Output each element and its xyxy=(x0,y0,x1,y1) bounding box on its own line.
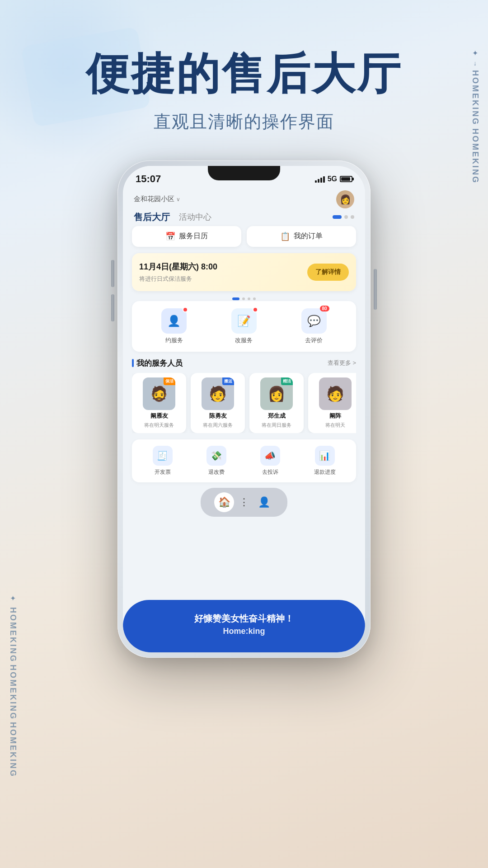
book-service-item[interactable]: 👤 约服务 xyxy=(161,308,187,344)
location-label[interactable]: 金和花园小区 ∨ xyxy=(134,195,180,203)
review-item[interactable]: 💬 80 去评价 xyxy=(301,308,327,344)
signal-bar-1 xyxy=(315,180,317,183)
staff-list: 🧔 保洁 阚雁友 将在明天服务 🧑 搬运 xyxy=(132,373,356,433)
tab-after-sales[interactable]: 售后大厅 xyxy=(134,211,170,223)
main-content: 便捷的售后大厅 直观且清晰的操作界面 15:07 xyxy=(0,0,488,868)
bottom-actions: 🧾 开发票 💸 退改费 📣 去投诉 📊 xyxy=(132,439,356,482)
service-calendar-label: 服务日历 xyxy=(179,231,208,241)
nav-home-button[interactable]: 🏠 xyxy=(214,492,234,512)
staff-card-1[interactable]: 🧑 搬运 陈勇友 将在周六服务 xyxy=(191,373,245,433)
refund-progress-action[interactable]: 📊 退款进度 xyxy=(314,446,336,476)
refund-change-label: 退改费 xyxy=(208,468,225,476)
staff-name-3: 阚阵 xyxy=(329,412,341,420)
staff-card-0[interactable]: 🧔 保洁 阚雁友 将在明天服务 xyxy=(132,373,186,433)
banner-dot-4 xyxy=(253,297,256,300)
tab-dots xyxy=(333,215,354,219)
staff-avatar-3: 🧑 xyxy=(319,377,352,410)
staff-name-0: 阚雁友 xyxy=(150,412,168,420)
battery-fill xyxy=(341,177,350,181)
staff-person-icon-2: 👩 xyxy=(267,385,286,402)
staff-status-3: 将在明天 xyxy=(325,422,345,429)
book-service-icon: 👤 xyxy=(161,308,187,334)
network-label: 5G xyxy=(328,175,337,183)
staff-avatar-0: 🧔 保洁 xyxy=(143,377,175,410)
main-title: 便捷的售后大厅 xyxy=(86,50,402,98)
user-avatar[interactable]: 👩 xyxy=(336,190,354,208)
see-more-button[interactable]: 查看更多 > xyxy=(328,359,356,367)
staff-avatar-2: 👩 精洁 xyxy=(260,377,293,410)
volume-down-button xyxy=(111,294,114,321)
my-orders-button[interactable]: 📋 我的订单 xyxy=(247,226,356,247)
banner-dot-1 xyxy=(232,297,239,300)
complaint-label: 去投诉 xyxy=(262,468,278,476)
badge-dot-book xyxy=(183,307,188,312)
banner-text: 11月4日(星期六) 8:00 将进行日式保洁服务 xyxy=(139,261,217,283)
signal-bar-2 xyxy=(318,179,319,183)
staff-card-2[interactable]: 👩 精洁 郑生成 将在周日服务 xyxy=(249,373,304,433)
phone-screen: 15:07 5G xyxy=(123,166,365,652)
banner-dots xyxy=(132,297,356,300)
nav-profile-button[interactable]: 👤 xyxy=(254,492,274,512)
chevron-down-icon: ∨ xyxy=(176,196,180,203)
service-calendar-button[interactable]: 📅 服务日历 xyxy=(132,226,241,247)
staff-person-icon-3: 🧑 xyxy=(326,385,344,402)
phone-outer: 15:07 5G xyxy=(117,160,371,658)
tab-activity[interactable]: 活动中心 xyxy=(179,212,211,222)
staff-person-icon-0: 🧔 xyxy=(150,385,168,402)
banner-detail-button[interactable]: 了解详情 xyxy=(307,264,349,281)
change-icon: 📝 xyxy=(237,315,251,327)
change-service-item[interactable]: 📝 改服务 xyxy=(231,308,257,344)
status-icons: 5G xyxy=(315,175,352,183)
bottom-banner-brand: Home:king xyxy=(132,627,356,636)
staff-status-0: 将在明天服务 xyxy=(144,422,174,429)
my-orders-label: 我的订单 xyxy=(294,231,323,241)
app-header: 金和花园小区 ∨ 👩 xyxy=(132,187,356,208)
title-section: 便捷的售后大厅 直观且清晰的操作界面 xyxy=(59,50,429,133)
invoice-icon: 🧾 xyxy=(153,446,173,466)
bottom-banner-text: 好慷赞美女性奋斗精神！ xyxy=(132,613,356,625)
staff-status-2: 将在周日服务 xyxy=(262,422,291,429)
staff-section: 我的服务人员 查看更多 > 🧔 保洁 阚雁友 将在明天服务 xyxy=(132,358,356,433)
orders-icon: 📋 xyxy=(280,231,290,241)
invoice-label: 开发票 xyxy=(155,468,171,476)
bottom-banner: 好慷赞美女性奋斗精神！ Home:king xyxy=(123,600,365,652)
staff-card-3[interactable]: 🧑 阚阵 将在明天 xyxy=(308,373,356,433)
subtitle: 直观且清晰的操作界面 xyxy=(86,110,402,133)
banner-dot-2 xyxy=(242,297,245,300)
refund-change-action[interactable]: 💸 退改费 xyxy=(206,446,226,476)
location-text: 金和花园小区 xyxy=(134,195,174,203)
refund-change-icon: 💸 xyxy=(206,446,226,466)
battery-icon xyxy=(340,176,352,182)
banner-date: 11月4日(星期六) 8:00 xyxy=(139,261,217,272)
complaint-action[interactable]: 📣 去投诉 xyxy=(260,446,280,476)
status-time: 15:07 xyxy=(136,173,161,185)
signal-bar-3 xyxy=(320,178,322,183)
review-label: 去评价 xyxy=(305,336,323,344)
calendar-icon: 📅 xyxy=(165,231,175,241)
volume-up-button xyxy=(111,260,114,287)
service-icons: 👤 约服务 📝 改服务 xyxy=(132,301,356,352)
staff-badge-2: 精洁 xyxy=(281,377,293,385)
badge-dot-change xyxy=(253,307,258,312)
staff-name-2: 郑生成 xyxy=(268,412,286,420)
signal-bars xyxy=(315,175,325,183)
staff-section-title: 我的服务人员 xyxy=(132,358,183,368)
review-chat-icon: 💬 xyxy=(307,315,321,327)
nav-more-button[interactable]: ⋮ xyxy=(234,492,254,512)
tab-dot-1 xyxy=(333,215,342,219)
complaint-icon: 📣 xyxy=(260,446,280,466)
banner-dot-3 xyxy=(248,297,250,300)
review-icon: 💬 80 xyxy=(301,308,327,334)
change-service-icon: 📝 xyxy=(231,308,257,334)
staff-name-1: 陈勇友 xyxy=(209,412,227,420)
review-badge: 80 xyxy=(320,306,329,311)
staff-avatar-1: 🧑 搬运 xyxy=(202,377,234,410)
change-service-label: 改服务 xyxy=(235,336,253,344)
section-header: 我的服务人员 查看更多 > xyxy=(132,358,356,368)
staff-badge-1: 搬运 xyxy=(222,377,234,385)
quick-buttons: 📅 服务日历 📋 我的订单 xyxy=(132,226,356,247)
banner-desc: 将进行日式保洁服务 xyxy=(139,275,217,283)
invoice-action[interactable]: 🧾 开发票 xyxy=(153,446,173,476)
nav-bar: 🏠 ⋮ 👤 xyxy=(201,488,287,517)
tab-dot-3 xyxy=(351,215,354,219)
